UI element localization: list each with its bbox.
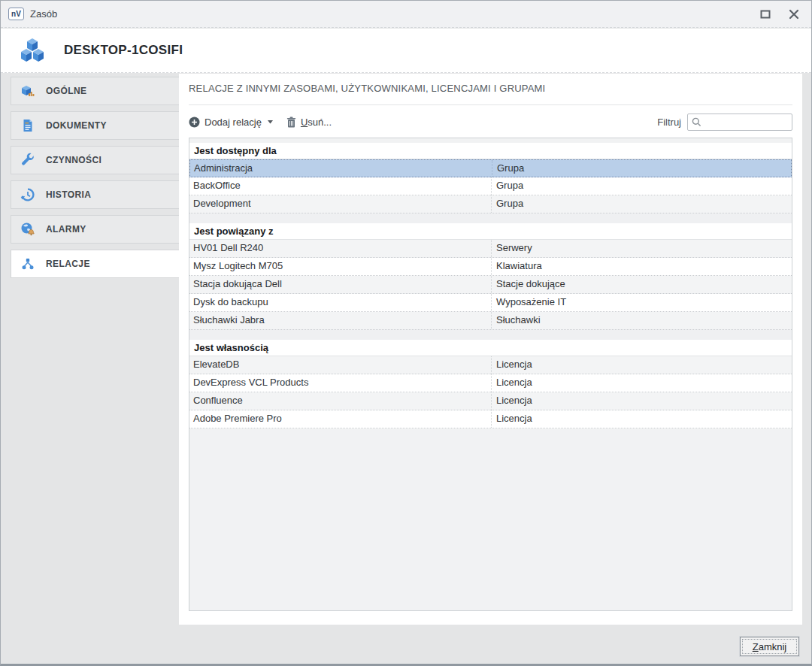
close-dialog-button[interactable]: Zamknij: [740, 637, 799, 656]
table-row[interactable]: Adobe Premiere Pro Licencja: [189, 410, 792, 428]
sidebar: OGÓLNE DOKUMENTY CZYNNOŚCI: [11, 77, 179, 284]
sidebar-tab-alarmy[interactable]: ALARMY: [11, 215, 179, 244]
add-relation-button[interactable]: Dodaj relację: [189, 117, 273, 128]
cube-chart-icon: [20, 83, 35, 98]
toolbar: Dodaj relację Usuń... Filtruj: [189, 108, 792, 135]
history-icon: [20, 187, 35, 202]
relations-table: Jest dostępny dla Administracja Grupa Ba…: [189, 138, 792, 611]
relation-type: Licencja: [492, 356, 792, 374]
group-header-powiazany-z: Jest powiązany z: [189, 223, 792, 240]
relation-type: Grupa: [492, 177, 792, 195]
group-header-dostepny-dla: Jest dostępny dla: [189, 143, 792, 159]
table-row-selected[interactable]: Administracja Grupa: [189, 159, 792, 177]
table-row[interactable]: Mysz Logitech M705 Klawiatura: [189, 258, 792, 276]
window-title: Zasób: [30, 8, 57, 20]
search-icon: [692, 117, 701, 127]
window-controls: [759, 8, 811, 21]
relation-type: Grupa: [492, 195, 792, 213]
relation-name: Mysz Logitech M705: [189, 258, 492, 275]
tab-label: OGÓLNE: [46, 86, 86, 96]
add-relation-label: Dodaj relację: [205, 117, 262, 128]
relation-type: Licencja: [492, 374, 792, 392]
relation-name: ElevateDB: [189, 356, 492, 374]
relation-type: Wyposażenie IT: [492, 294, 792, 311]
relation-name: HV01 Dell R240: [189, 240, 492, 257]
maximize-button[interactable]: [759, 8, 772, 21]
table-row[interactable]: HV01 Dell R240 Serwery: [189, 240, 792, 258]
relation-type: Grupa: [492, 160, 791, 177]
sidebar-tab-ogolne[interactable]: OGÓLNE: [11, 77, 179, 105]
relation-name: Confluence: [189, 392, 492, 410]
relation-type: Stacje dokujące: [492, 276, 792, 293]
globe-bell-icon: [20, 222, 35, 237]
titlebar: nV Zasób: [1, 1, 811, 28]
sidebar-tab-relacje[interactable]: RELACJE: [11, 250, 180, 278]
relation-name: DevExpress VCL Products: [189, 374, 492, 392]
group-gap: [189, 213, 792, 223]
wrench-icon: [20, 153, 35, 168]
trash-icon: [286, 117, 296, 128]
resource-header: DESKTOP-1COSIFI: [1, 29, 811, 73]
table-row[interactable]: Dysk do backupu Wyposażenie IT: [189, 294, 792, 312]
plus-circle-icon: [189, 117, 200, 128]
table-row[interactable]: Słuchawki Jabra Słuchawki: [189, 312, 792, 330]
table-row[interactable]: Development Grupa: [189, 195, 792, 213]
filter-input[interactable]: [701, 115, 792, 129]
relation-name: BackOffice: [189, 177, 492, 195]
tab-label: RELACJE: [46, 259, 90, 269]
chevron-down-icon: [268, 120, 273, 124]
relation-type: Licencja: [492, 392, 792, 410]
tab-label: DOKUMENTY: [46, 120, 107, 131]
relation-name: Administracja: [190, 160, 492, 177]
relation-name: Dysk do backupu: [189, 294, 492, 311]
sidebar-tab-dokumenty[interactable]: DOKUMENTY: [11, 111, 179, 140]
sidebar-tab-historia[interactable]: HISTORIA: [11, 180, 179, 209]
group-gap: [189, 330, 792, 340]
section-title: RELACJE Z INNYMI ZASOBAMI, UŻYTKOWNIKAMI…: [189, 83, 792, 94]
delete-relation-button[interactable]: Usuń...: [286, 117, 332, 128]
delete-relation-label: Usuń...: [301, 117, 332, 128]
page-title: DESKTOP-1COSIFI: [64, 43, 183, 58]
tab-label: CZYNNOŚCI: [46, 155, 102, 165]
group-header-wlasnoscia: Jest własnością: [189, 340, 792, 356]
footer: Zamknij: [1, 625, 811, 664]
nvision-app-icon: nV: [8, 8, 24, 20]
table-row[interactable]: Confluence Licencja: [189, 392, 792, 410]
relation-type: Licencja: [492, 410, 792, 428]
table-row[interactable]: Stacja dokująca Dell Stacje dokujące: [189, 276, 792, 294]
relation-name: Development: [189, 195, 492, 213]
filter-field: [687, 114, 792, 131]
maximize-icon: [760, 10, 771, 19]
relation-type: Klawiatura: [492, 258, 792, 275]
cubes-icon: [17, 35, 47, 65]
relation-name: Słuchawki Jabra: [189, 312, 492, 329]
relations-panel: RELACJE Z INNYMI ZASOBAMI, UŻYTKOWNIKAMI…: [179, 74, 802, 625]
table-row[interactable]: BackOffice Grupa: [189, 177, 792, 195]
resource-dialog: nV Zasób: [0, 0, 812, 666]
tab-label: HISTORIA: [46, 189, 91, 200]
relations-icon: [20, 256, 35, 271]
table-row[interactable]: ElevateDB Licencja: [189, 356, 792, 374]
filter-label: Filtruj: [657, 117, 681, 128]
relation-type: Słuchawki: [492, 312, 792, 329]
relation-name: Stacja dokująca Dell: [189, 276, 492, 293]
tab-label: ALARMY: [46, 224, 86, 235]
close-icon: [789, 9, 799, 20]
relation-type: Serwery: [492, 240, 792, 257]
relation-name: Adobe Premiere Pro: [189, 410, 492, 428]
sidebar-tab-czynnosci[interactable]: CZYNNOŚCI: [11, 146, 179, 174]
divider: [189, 104, 792, 105]
document-icon: [20, 118, 35, 133]
table-row[interactable]: DevExpress VCL Products Licencja: [189, 374, 792, 392]
close-button[interactable]: [787, 8, 801, 21]
